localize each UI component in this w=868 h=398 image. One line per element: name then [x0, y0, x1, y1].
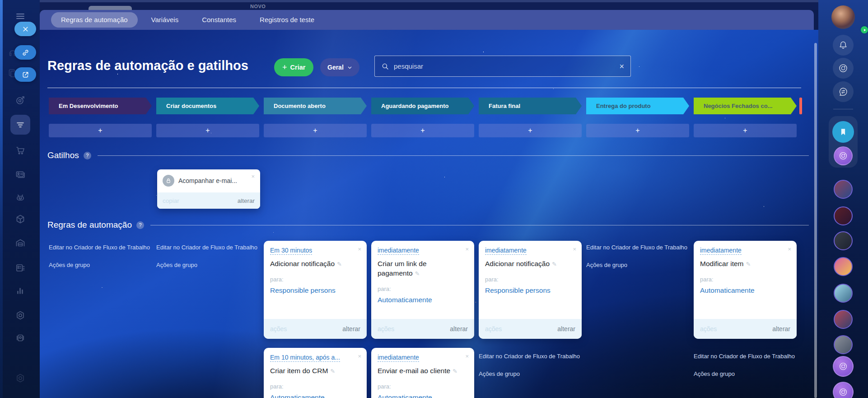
- link-pill-button[interactable]: [14, 45, 36, 60]
- tab-3[interactable]: Constantes: [192, 12, 246, 28]
- sidebar-item-cart[interactable]: [15, 145, 26, 156]
- sidebar-item-warehouse[interactable]: [15, 238, 26, 248]
- rule-when-link[interactable]: imediatamente: [700, 247, 742, 255]
- copilot-purple-button[interactable]: [834, 146, 853, 165]
- rule-target-link[interactable]: Automaticamente: [378, 296, 468, 304]
- trigger-copy-link[interactable]: copiar: [163, 197, 179, 204]
- rule-when-link[interactable]: imediatamente: [378, 247, 419, 255]
- create-button[interactable]: + Criar: [274, 58, 313, 76]
- rule-action-label[interactable]: Modificar item✎: [700, 259, 790, 269]
- add-rule-button[interactable]: +: [694, 124, 797, 137]
- rule-target-link[interactable]: Automaticamente: [270, 393, 360, 398]
- pipeline-stage[interactable]: Entrega do produto: [586, 98, 689, 114]
- sidebar-item-marketing-target[interactable]: [15, 95, 26, 106]
- add-rule-button[interactable]: +: [371, 124, 474, 137]
- sidebar-item-hamburger[interactable]: [15, 11, 26, 22]
- chat-transfer-button[interactable]: [833, 81, 854, 102]
- automation-rule-card[interactable]: imediatamente×Modificar item✎para:Automa…: [694, 241, 797, 339]
- pipeline-stage[interactable]: Negócios Fechados co...: [694, 98, 797, 114]
- rule-when-link[interactable]: Em 10 minutos, após a...: [270, 354, 340, 362]
- rule-actions-link[interactable]: ações: [485, 325, 502, 332]
- rule-edit-link[interactable]: alterar: [772, 325, 790, 332]
- rule-action-label[interactable]: Criar item do CRM✎: [270, 366, 360, 376]
- profile-avatar[interactable]: [831, 5, 855, 29]
- close-icon[interactable]: ×: [358, 353, 361, 360]
- close-icon[interactable]: ×: [358, 246, 361, 253]
- user-avatar[interactable]: [834, 231, 853, 250]
- edit-pencil-icon[interactable]: ✎: [337, 261, 342, 267]
- trigger-card[interactable]: Acompanhar e-mai... × copiar alterar: [157, 169, 260, 209]
- help-icon[interactable]: ?: [84, 152, 91, 159]
- edit-pencil-icon[interactable]: ✎: [552, 261, 557, 267]
- rule-when-link[interactable]: Em 30 minutos: [270, 247, 312, 255]
- automation-rule-card[interactable]: Em 30 minutos×Adicionar notificação✎para…: [264, 241, 367, 339]
- panel-scrollbar[interactable]: [814, 43, 817, 398]
- rule-target-link[interactable]: Automaticamente: [700, 286, 790, 295]
- rule-when-link[interactable]: imediatamente: [485, 247, 527, 255]
- workflow-editor-link[interactable]: Editar no Criador de Fluxo de Trabalho: [694, 352, 797, 361]
- copilot-purple-button[interactable]: [833, 356, 854, 377]
- close-icon[interactable]: ×: [251, 173, 255, 180]
- sidebar-item-devices[interactable]: [15, 332, 26, 343]
- close-icon[interactable]: ×: [465, 353, 469, 360]
- copilot-purple-button[interactable]: [833, 382, 854, 398]
- pipeline-stage[interactable]: Fatura final: [479, 98, 582, 114]
- rule-target-link[interactable]: Automaticamente: [378, 393, 468, 398]
- external-link-pill-button[interactable]: [14, 67, 36, 82]
- user-avatar[interactable]: [834, 257, 853, 276]
- rule-edit-link[interactable]: alterar: [450, 325, 468, 332]
- group-actions-link[interactable]: Ações de grupo: [694, 370, 797, 379]
- tab-2[interactable]: Variáveis: [141, 12, 189, 28]
- sidebar-item-robot[interactable]: [15, 192, 26, 203]
- rule-edit-link[interactable]: alterar: [557, 325, 575, 332]
- add-rule-button[interactable]: +: [156, 124, 259, 137]
- workflow-editor-link[interactable]: Editar no Criador de Fluxo de Trabalho: [156, 243, 259, 252]
- sidebar-item-contact-card[interactable]: [15, 169, 26, 180]
- automation-rule-card[interactable]: imediatamente×Enviar e-mail ao cliente✎p…: [371, 348, 474, 398]
- group-actions-link[interactable]: Ações de grupo: [49, 261, 152, 270]
- edit-pencil-icon[interactable]: ✎: [330, 368, 335, 375]
- edit-pencil-icon[interactable]: ✎: [746, 261, 751, 267]
- pipeline-stage[interactable]: Criar documentos: [156, 98, 259, 114]
- workflow-editor-link[interactable]: Editar no Criador de Fluxo de Trabalho: [49, 243, 152, 252]
- close-icon[interactable]: ×: [573, 246, 576, 253]
- user-avatar[interactable]: [834, 180, 853, 199]
- rule-target-link[interactable]: Responsible persons: [485, 286, 575, 295]
- rule-actions-link[interactable]: ações: [700, 325, 717, 332]
- search-input[interactable]: [394, 62, 615, 70]
- group-actions-link[interactable]: Ações de grupo: [479, 370, 582, 379]
- copilot-button[interactable]: [833, 58, 854, 79]
- pipeline-stage[interactable]: Aguardando pagamento: [371, 98, 474, 114]
- sidebar-item-product-box[interactable]: [15, 214, 26, 225]
- add-rule-button[interactable]: +: [49, 124, 152, 137]
- bookmark-button[interactable]: [832, 121, 854, 143]
- rule-action-label[interactable]: Criar um link de pagamento✎: [378, 259, 468, 278]
- funnel-selector-button[interactable]: Geral: [320, 58, 359, 76]
- rule-actions-link[interactable]: ações: [270, 325, 287, 332]
- trigger-edit-link[interactable]: alterar: [238, 197, 255, 204]
- sidebar-item-crm-active[interactable]: [10, 115, 30, 135]
- rule-action-label[interactable]: Adicionar notificação✎: [270, 259, 360, 269]
- tab-1[interactable]: Regras de automação: [51, 12, 138, 28]
- rule-when-link[interactable]: imediatamente: [378, 354, 419, 362]
- rule-actions-link[interactable]: ações: [378, 325, 394, 332]
- add-rule-button[interactable]: +: [586, 124, 689, 137]
- bell-button[interactable]: [833, 35, 854, 56]
- edit-pencil-icon[interactable]: ✎: [415, 270, 420, 277]
- sidebar-item-settings-hexagon[interactable]: [15, 310, 26, 321]
- search-box[interactable]: ×: [374, 56, 631, 77]
- sidebar-item-settings-hexagon[interactable]: [15, 373, 26, 384]
- workflow-editor-link[interactable]: Editar no Criador de Fluxo de Trabalho: [479, 352, 582, 361]
- sidebar-item-tasks[interactable]: [15, 262, 26, 273]
- rule-action-label[interactable]: Enviar e-mail ao cliente✎: [378, 366, 468, 376]
- user-avatar[interactable]: [834, 335, 853, 354]
- group-actions-link[interactable]: Ações de grupo: [586, 261, 689, 270]
- workflow-editor-link[interactable]: Editar no Criador de Fluxo de Trabalho: [586, 243, 689, 252]
- edit-pencil-icon[interactable]: ✎: [453, 368, 457, 375]
- close-pill-button[interactable]: [14, 22, 36, 36]
- rule-target-link[interactable]: Responsible persons: [270, 286, 360, 295]
- user-avatar[interactable]: [834, 206, 853, 225]
- rule-action-label[interactable]: Adicionar notificação✎: [485, 259, 575, 269]
- user-avatar[interactable]: [834, 310, 853, 329]
- automation-rule-card[interactable]: Em 10 minutos, após a...×Criar item do C…: [264, 348, 367, 398]
